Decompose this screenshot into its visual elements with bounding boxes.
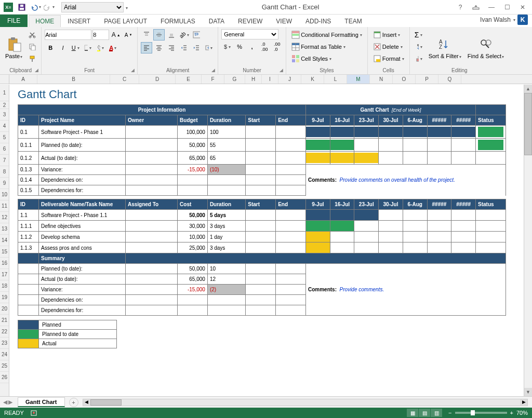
insert-cells-button[interactable]: Insert▾ xyxy=(371,29,406,41)
col-header-P[interactable]: P xyxy=(416,75,438,84)
row-header-24[interactable]: 24 xyxy=(0,349,9,360)
cell-styles-button[interactable]: Cell Styles▾ xyxy=(289,53,364,64)
row-header-12[interactable]: 12 xyxy=(0,212,9,223)
row-header-15[interactable]: 15 xyxy=(0,246,9,258)
comma-button[interactable]: , xyxy=(246,41,258,52)
row-header-8[interactable]: 8 xyxy=(0,166,9,178)
table-row[interactable]: 1.1.1Define objectives30,0003 days xyxy=(18,221,506,232)
tab-file[interactable]: FILE xyxy=(0,15,28,27)
hscroll-left[interactable]: ◀ xyxy=(83,399,90,406)
row-header-3[interactable]: 3 xyxy=(0,109,9,120)
zoom-slider[interactable] xyxy=(455,412,507,414)
normal-view-button[interactable]: ▦ xyxy=(407,409,418,417)
align-bottom-button[interactable] xyxy=(166,29,177,41)
macro-record-icon[interactable] xyxy=(30,409,37,416)
col-header-B[interactable]: B xyxy=(37,75,110,84)
row-header-19[interactable]: 19 xyxy=(0,292,9,303)
row-headers[interactable]: 1234567891011121314151617181920212223242… xyxy=(0,85,9,396)
save-button[interactable] xyxy=(16,2,28,13)
row-header-5[interactable]: 5 xyxy=(0,132,9,143)
hscroll-right[interactable]: ▶ xyxy=(520,399,527,406)
tab-review[interactable]: REVIEW xyxy=(231,15,269,27)
tab-insert[interactable]: INSERT xyxy=(61,15,97,27)
col-header-J[interactable]: J xyxy=(278,75,301,84)
tab-pagelayout[interactable]: PAGE LAYOUT xyxy=(97,15,154,27)
increase-indent-button[interactable] xyxy=(191,42,202,53)
row-header-20[interactable]: 20 xyxy=(0,303,9,315)
horizontal-scrollbar[interactable]: ◀ ▶ xyxy=(83,399,528,406)
row-header-22[interactable]: 22 xyxy=(0,326,9,338)
number-format-select[interactable]: General xyxy=(221,29,278,39)
clipboard-launcher[interactable]: ◢ xyxy=(33,67,39,73)
tab-formulas[interactable]: FORMULAS xyxy=(154,15,202,27)
excel-icon[interactable]: X≡ xyxy=(2,2,15,13)
row-header-23[interactable]: 23 xyxy=(0,338,9,349)
qat-font-select[interactable]: Arial xyxy=(61,2,124,12)
qat-font-picker[interactable]: Arial ▾ xyxy=(61,2,128,12)
underline-button[interactable]: U▾ xyxy=(70,42,81,53)
ribbon-options-button[interactable] xyxy=(469,2,483,12)
paste-button[interactable]: Paste▾ xyxy=(3,29,24,66)
clear-button[interactable]: ▾ xyxy=(413,53,424,64)
col-header-O[interactable]: O xyxy=(393,75,416,84)
col-header-I[interactable]: I xyxy=(262,75,278,84)
merge-center-button[interactable]: ▾ xyxy=(203,42,215,53)
worksheet-grid[interactable]: Gantt Chart Project Information Gantt Ch… xyxy=(9,85,532,396)
decrease-decimal-button[interactable]: .00.0 xyxy=(271,41,283,52)
table-row[interactable]: 0.1.1Planned (to date):50,00055 xyxy=(18,139,506,152)
select-all-corner[interactable] xyxy=(0,75,9,84)
increase-decimal-button[interactable]: .0.00 xyxy=(259,41,270,52)
col-header-H[interactable]: H xyxy=(245,75,262,84)
col-header-C[interactable]: C xyxy=(110,75,139,84)
delete-cells-button[interactable]: Delete▾ xyxy=(371,41,406,52)
zoom-out-button[interactable]: − xyxy=(448,410,451,416)
fill-color-button[interactable]: ▾ xyxy=(95,42,106,53)
font-color-button[interactable]: A▾ xyxy=(107,42,118,53)
tab-view[interactable]: VIEW xyxy=(269,15,299,27)
minimize-button[interactable]: — xyxy=(484,2,499,12)
table-row[interactable]: 1.1.3Assess pros and cons25,0003 days xyxy=(18,242,506,253)
grow-font-button[interactable]: A▲ xyxy=(110,29,122,41)
table-row[interactable]: 0.1Software Project - Phase 1100,000100 xyxy=(18,126,506,139)
col-header-G[interactable]: G xyxy=(224,75,245,84)
table-row[interactable]: 1.1Software Project - Phase 1.150,0005 d… xyxy=(18,210,506,221)
bold-button[interactable]: B xyxy=(45,42,56,53)
format-as-table-button[interactable]: Format as Table▾ xyxy=(289,41,364,52)
align-middle-button[interactable] xyxy=(153,29,165,41)
sheet-tab-active[interactable]: Gantt Chart xyxy=(18,397,65,407)
zoom-level[interactable]: 70% xyxy=(516,410,528,416)
maximize-button[interactable]: ☐ xyxy=(500,2,514,12)
col-header-Q[interactable]: Q xyxy=(438,75,461,84)
row-header-2[interactable]: 2 xyxy=(0,101,9,109)
row-header-13[interactable]: 13 xyxy=(0,223,9,235)
row-header-9[interactable]: 9 xyxy=(0,178,9,189)
col-header-D[interactable]: D xyxy=(139,75,176,84)
sort-filter-button[interactable]: AZ Sort & Filter▾ xyxy=(427,29,463,66)
conditional-formatting-button[interactable]: Conditional Formatting▾ xyxy=(289,29,364,41)
align-right-button[interactable] xyxy=(166,42,177,53)
row-header-18[interactable]: 18 xyxy=(0,280,9,292)
col-header-M[interactable]: M xyxy=(347,75,370,84)
row-header-11[interactable]: 11 xyxy=(0,200,9,212)
font-launcher[interactable]: ◢ xyxy=(129,67,136,73)
wrap-text-button[interactable] xyxy=(191,29,202,41)
format-cells-button[interactable]: Format▾ xyxy=(371,53,406,64)
autosum-button[interactable]: Σ▾ xyxy=(413,29,424,41)
zoom-in-button[interactable]: + xyxy=(510,410,513,416)
italic-button[interactable]: I xyxy=(57,42,69,53)
close-button[interactable]: ✕ xyxy=(515,2,530,12)
col-header-E[interactable]: E xyxy=(176,75,202,84)
table-row[interactable]: 0.1.3Variance:-15,000(10)Comments: Provi… xyxy=(18,165,506,175)
align-center-button[interactable] xyxy=(153,42,165,53)
hscroll-thumb[interactable] xyxy=(90,399,122,406)
col-header-F[interactable]: F xyxy=(202,75,224,84)
decrease-indent-button[interactable] xyxy=(178,42,190,53)
vertical-scrollbar[interactable]: ▲ ▼ xyxy=(524,85,532,396)
row-header-1[interactable]: 1 xyxy=(0,85,9,101)
accounting-format-button[interactable]: $▾ xyxy=(221,41,233,52)
col-header-A[interactable]: A xyxy=(9,75,37,84)
col-header-N[interactable]: N xyxy=(370,75,393,84)
format-painter-button[interactable] xyxy=(26,53,38,64)
table-row[interactable]: 1.1.2Develop schema10,0001 day xyxy=(18,232,506,242)
table-row[interactable]: 0.1.2Actual (to date):65,00065 xyxy=(18,152,506,165)
